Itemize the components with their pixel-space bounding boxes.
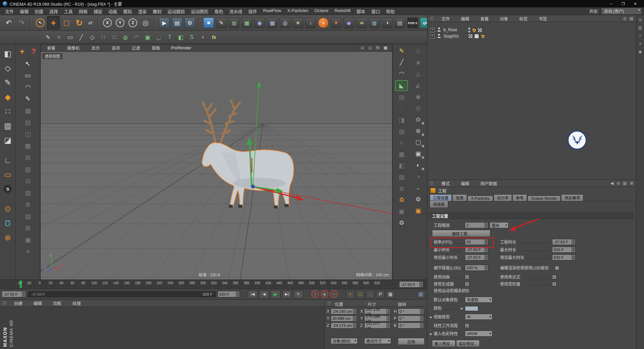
dropdown[interactable]: 灰度色 bbox=[465, 297, 492, 303]
menu-item-11[interactable]: 运动跟踪 bbox=[164, 8, 188, 14]
menu-item-0[interactable]: 文件 bbox=[2, 8, 17, 14]
lathe-icon[interactable]: ◍ bbox=[120, 32, 130, 42]
dropdown[interactable]: sRGB bbox=[465, 331, 492, 337]
line-cut-icon[interactable]: ╱ bbox=[76, 32, 86, 42]
key-position-toggle[interactable]: + bbox=[346, 290, 355, 298]
menu-item-20[interactable]: 脚本 bbox=[354, 8, 368, 14]
play-button[interactable]: ▶ bbox=[271, 290, 280, 298]
lock-x-icon[interactable]: X bbox=[101, 16, 113, 29]
hair-icon[interactable]: ◍ bbox=[368, 16, 380, 29]
attr-menu-item-1[interactable]: 编辑 bbox=[458, 180, 472, 187]
polygon-pen-icon[interactable]: ✎ bbox=[22, 93, 34, 105]
material-menu-item-0[interactable]: 创建 bbox=[11, 300, 25, 306]
om-menu-item-4[interactable]: 标签 bbox=[516, 15, 531, 22]
render-picture-viewer-icon[interactable]: ▤ bbox=[171, 16, 183, 29]
value-field[interactable]: -37.50 F▲▼ bbox=[465, 247, 488, 253]
coord-mode-dropdown[interactable]: 对象(相对) bbox=[331, 338, 358, 344]
strip-search-icon[interactable]: ◎ bbox=[638, 17, 642, 22]
cmd-13-icon[interactable]: ≡ bbox=[22, 246, 34, 257]
viewport-menu-item-3[interactable]: 选项 bbox=[109, 45, 123, 51]
spline-arc-icon[interactable]: S bbox=[187, 32, 197, 42]
viewport-zoom-icon[interactable]: □ bbox=[367, 45, 373, 51]
key-pla-toggle[interactable]: ▦ bbox=[386, 290, 395, 298]
menu-item-4[interactable]: 工具 bbox=[61, 8, 76, 14]
menu-item-21[interactable]: 窗口 bbox=[368, 8, 383, 14]
texture-mode-icon[interactable]: ✎ bbox=[1, 76, 14, 89]
timeline-ruler[interactable]: -37-200204060801001201401601802002202402… bbox=[0, 280, 427, 289]
deformer-12-icon[interactable]: ◑ bbox=[412, 171, 424, 182]
value-field[interactable]: 620 F▲▼ bbox=[552, 254, 576, 260]
menu-item-7[interactable]: 动画 bbox=[105, 8, 120, 14]
key-parameter-toggle[interactable]: P bbox=[376, 290, 385, 298]
tab-6[interactable]: 待办事项 bbox=[561, 194, 583, 201]
floor-icon[interactable]: ↓ bbox=[305, 16, 317, 29]
cmd-a8-icon[interactable]: ▨ bbox=[395, 172, 408, 182]
redo-icon[interactable]: ↷ bbox=[15, 16, 28, 29]
attr-menu-item-0[interactable]: 模式 bbox=[438, 180, 453, 187]
sweep-icon[interactable]: ◠ bbox=[131, 32, 142, 42]
deformer-9-icon[interactable]: ▢⚙ bbox=[412, 137, 424, 147]
goto-start-button[interactable]: |◀ bbox=[248, 290, 258, 298]
checkbox[interactable]: ✓ bbox=[552, 282, 556, 286]
deformer-1-icon[interactable]: ◇ bbox=[412, 46, 424, 56]
psr-button[interactable]: PSR 0 bbox=[407, 16, 419, 29]
cmd-a3-icon[interactable]: ◨ bbox=[395, 115, 408, 125]
attr-menu-item-2[interactable]: 用户数据 bbox=[477, 180, 500, 187]
viewport-menu-item-4[interactable]: 过滤 bbox=[129, 45, 143, 51]
tab-4[interactable]: 参考 bbox=[513, 194, 527, 201]
add-cube-icon[interactable]: ■ bbox=[203, 16, 215, 29]
object-name[interactable]: b_Root bbox=[443, 28, 457, 32]
cmd-a9-icon[interactable]: ≣ bbox=[395, 184, 408, 194]
deformer-8-icon[interactable]: ⊚⚙ bbox=[412, 126, 424, 136]
scale-tool-icon[interactable]: □ bbox=[60, 16, 72, 29]
tab-2[interactable]: X-Particles bbox=[468, 196, 493, 201]
record-keyframe-button[interactable]: ● bbox=[311, 290, 319, 298]
array-icon[interactable]: ▦ bbox=[266, 16, 278, 29]
object-row[interactable]: +b_Root bbox=[427, 27, 636, 33]
tab-3[interactable]: 动力学 bbox=[494, 194, 512, 201]
move-tool-icon[interactable]: + bbox=[47, 16, 60, 30]
menu-item-16[interactable]: RealFlow bbox=[260, 8, 284, 14]
strip-list-icon[interactable]: ▤ bbox=[638, 25, 642, 30]
attr-search-icon[interactable]: ◎ bbox=[616, 181, 620, 186]
tab-5[interactable]: Octane Render bbox=[528, 196, 560, 201]
coord-system-icon[interactable]: ◎ bbox=[140, 16, 152, 29]
viewport-pan-icon[interactable]: + bbox=[359, 45, 366, 51]
cmd-6-icon[interactable]: ▧ bbox=[22, 163, 34, 175]
checkbox[interactable]: ✓ bbox=[552, 275, 556, 279]
cmd-a4-icon[interactable]: ▧ bbox=[395, 127, 408, 137]
menu-item-19[interactable]: Redshift bbox=[331, 8, 354, 14]
tag-dots-icon[interactable] bbox=[472, 28, 476, 33]
position-y-field[interactable]: 30.988 cm▲▼ bbox=[331, 315, 357, 321]
snap-icon[interactable]: S bbox=[1, 183, 14, 195]
viewport-menu-item-1[interactable]: 摄像机 bbox=[64, 45, 83, 51]
expand-arrow-icon[interactable]: ▶ bbox=[461, 307, 463, 310]
menu-item-17[interactable]: X-Particles bbox=[284, 8, 311, 14]
visibility-dots[interactable] bbox=[468, 28, 470, 33]
gear-a-icon[interactable]: ⚙ bbox=[395, 218, 408, 228]
tag-dots-icon[interactable] bbox=[480, 34, 485, 39]
checkbox[interactable]: ✓ bbox=[465, 282, 469, 286]
tab-0[interactable]: 工程设置 bbox=[430, 194, 452, 201]
render-settings-icon[interactable]: ⚙ bbox=[184, 16, 196, 29]
camera-icon[interactable]: ◎ bbox=[279, 16, 291, 29]
cloth-icon[interactable]: ◗ bbox=[198, 32, 208, 42]
range-end-field[interactable]: 620 F▲▼ bbox=[218, 291, 240, 297]
dots-grid-a-icon[interactable]: ∷ bbox=[98, 32, 108, 42]
brush-icon[interactable]: ◠ bbox=[395, 69, 408, 79]
om-menu-item-2[interactable]: 查看 bbox=[477, 15, 492, 22]
text-tool-icon[interactable]: T bbox=[165, 32, 175, 42]
panel-drag-handle[interactable] bbox=[3, 301, 6, 305]
cmd-a6-icon[interactable]: ▩ bbox=[395, 149, 408, 159]
rotate-tool-icon[interactable]: ↻ bbox=[73, 16, 85, 29]
light-icon[interactable]: ☀ bbox=[292, 16, 304, 29]
help-icon[interactable]: ? bbox=[28, 46, 39, 58]
checkbox[interactable]: ✓ bbox=[465, 275, 469, 279]
sculpt-pull-icon[interactable]: ✎ bbox=[395, 46, 408, 56]
menu-item-22[interactable]: 帮助 bbox=[383, 8, 398, 14]
material-menu-item-3[interactable]: 纹理 bbox=[69, 300, 84, 306]
attr-list-icon[interactable]: ▤ bbox=[623, 181, 627, 186]
deformer-2-icon[interactable]: ◈ bbox=[412, 57, 424, 67]
workplane-lock-icon[interactable]: ⊙ bbox=[1, 202, 14, 215]
menu-item-3[interactable]: 选择 bbox=[46, 8, 61, 14]
